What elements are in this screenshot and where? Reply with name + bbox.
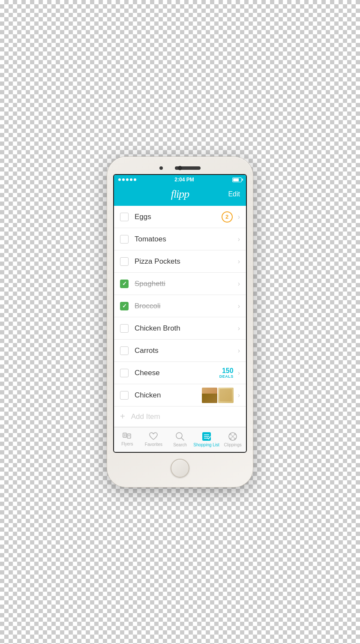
item-name-pizza-pockets: Pizza Pockets	[135, 257, 235, 266]
tab-shopping-list-label: Shopping List	[193, 442, 219, 447]
phone-screen: 2:04 PM flipp Edit Eggs 2 ›	[113, 174, 247, 453]
chevron-icon: ›	[238, 302, 240, 310]
chevron-icon: ›	[238, 347, 240, 355]
tab-flyers-label: Flyers	[121, 442, 133, 446]
deal-thumbnail	[218, 388, 234, 403]
checkbox-spaghetti[interactable]	[120, 280, 129, 288]
list-item[interactable]: Broccoli ›	[114, 295, 246, 317]
deals-count-cheese: 150 DEALS	[219, 367, 234, 379]
svg-point-14	[230, 433, 231, 435]
tab-clippings-label: Clippings	[224, 442, 242, 447]
list-item[interactable]: Carrots ›	[114, 340, 246, 362]
chevron-icon: ›	[238, 325, 240, 332]
edit-button[interactable]: Edit	[228, 190, 240, 198]
checkbox-broccoli[interactable]	[120, 302, 129, 310]
checkbox-eggs[interactable]	[120, 213, 129, 221]
add-item-row[interactable]: + Add Item	[114, 406, 246, 427]
svg-point-17	[234, 438, 236, 439]
svg-point-16	[230, 438, 231, 439]
thumbnail-row	[202, 388, 234, 403]
flyers-icon	[123, 433, 132, 440]
checkbox-cheese[interactable]	[120, 369, 129, 377]
list-item[interactable]: Pizza Pockets ›	[114, 250, 246, 273]
list-item[interactable]: Spaghetti ›	[114, 273, 246, 295]
svg-line-22	[234, 437, 234, 438]
deals-number: 150	[219, 367, 234, 374]
deal-thumbnail	[202, 388, 217, 403]
tab-shopping-list[interactable]: Shopping List	[193, 432, 220, 447]
tab-flyers[interactable]: Flyers	[114, 433, 141, 446]
tab-favorites[interactable]: Favorites	[141, 432, 167, 447]
app-logo: flipp	[171, 188, 189, 201]
tab-clippings[interactable]: Clippings	[219, 432, 246, 447]
tab-search-label: Search	[173, 442, 187, 447]
battery-icon	[232, 178, 242, 182]
clippings-icon	[228, 432, 237, 441]
svg-point-15	[234, 433, 236, 435]
tab-search[interactable]: Search	[167, 432, 193, 447]
checkbox-chicken[interactable]	[120, 391, 129, 400]
svg-line-8	[181, 438, 184, 440]
checkbox-carrots[interactable]	[120, 346, 129, 355]
chevron-icon: ›	[238, 280, 240, 288]
camera-lens	[178, 166, 182, 170]
checkbox-tomatoes[interactable]	[120, 235, 129, 244]
list-item[interactable]: Eggs 2 ›	[114, 206, 246, 228]
favorites-icon	[149, 432, 158, 441]
list-item[interactable]: Chicken Broth ›	[114, 317, 246, 340]
search-icon	[175, 432, 185, 441]
chevron-icon: ›	[238, 369, 240, 377]
deals-badge-eggs: 2	[222, 211, 233, 223]
app-header: flipp Edit	[114, 184, 246, 206]
item-name-spaghetti: Spaghetti	[135, 280, 235, 288]
chevron-icon: ›	[238, 213, 240, 221]
chevron-icon: ›	[238, 391, 240, 399]
add-icon: +	[120, 412, 125, 421]
tab-favorites-label: Favorites	[145, 442, 162, 447]
shopping-list: Eggs 2 › Tomatoes › Pizza Pockets ›	[114, 206, 246, 427]
chevron-icon: ›	[238, 235, 240, 243]
chevron-icon: ›	[238, 258, 240, 265]
list-item[interactable]: Cheese 150 DEALS ›	[114, 362, 246, 384]
item-name-carrots: Carrots	[135, 346, 235, 355]
signal-indicator	[118, 178, 136, 181]
item-name-cheese: Cheese	[135, 369, 219, 377]
item-name-chicken-broth: Chicken Broth	[135, 324, 235, 333]
checkbox-pizza-pockets[interactable]	[120, 257, 129, 266]
phone-top-hardware	[113, 163, 247, 174]
svg-line-20	[234, 435, 234, 436]
tab-bar: Flyers Favorites Search	[114, 427, 246, 452]
status-time: 2:04 PM	[174, 177, 194, 183]
add-item-label: Add Item	[131, 412, 160, 421]
front-camera	[159, 166, 163, 170]
checkbox-chicken-broth[interactable]	[120, 324, 129, 333]
list-item[interactable]: Tomatoes ›	[114, 228, 246, 250]
svg-line-21	[231, 437, 232, 438]
svg-point-18	[232, 436, 234, 437]
item-name-broccoli: Broccoli	[135, 302, 235, 310]
battery-indicator	[232, 178, 242, 182]
battery-level	[233, 178, 239, 181]
list-item[interactable]: Chicken ›	[114, 384, 246, 406]
deals-label: DEALS	[219, 374, 234, 379]
item-name-tomatoes: Tomatoes	[135, 235, 235, 244]
shopping-list-icon	[201, 432, 212, 441]
item-name-eggs: Eggs	[135, 213, 222, 221]
phone-bottom-hardware	[113, 453, 247, 481]
phone-device: 2:04 PM flipp Edit Eggs 2 ›	[107, 157, 253, 487]
home-button[interactable]	[171, 459, 189, 478]
status-bar: 2:04 PM	[114, 175, 246, 184]
item-name-chicken: Chicken	[135, 391, 202, 400]
svg-line-19	[231, 435, 232, 436]
